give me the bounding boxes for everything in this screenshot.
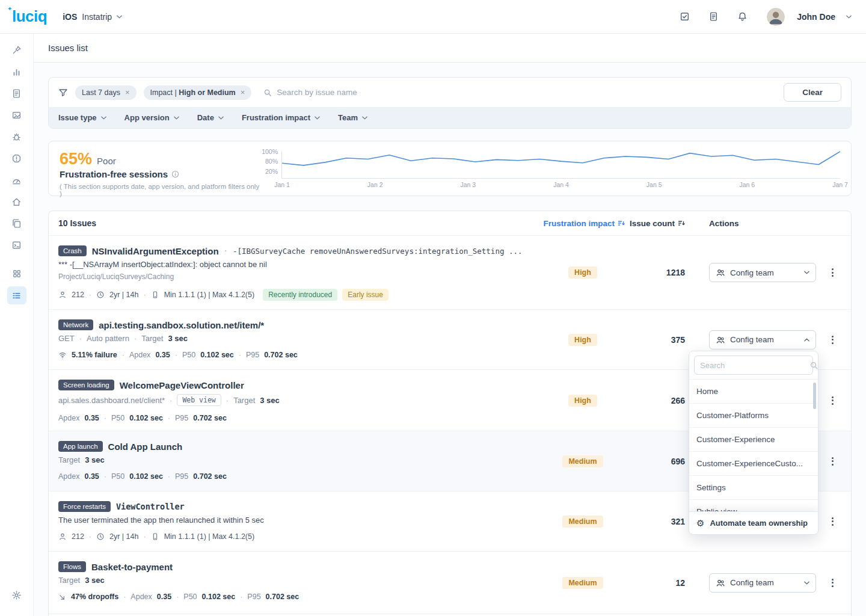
team-search [694, 356, 813, 375]
filter-app-version[interactable]: App version [124, 113, 179, 122]
row-kebab-menu[interactable] [825, 263, 840, 282]
chevron-down-icon [101, 116, 106, 120]
p95-value: 0.702 sec [193, 472, 227, 481]
bug-reporting-icon[interactable] [7, 128, 26, 146]
settings-gear-icon[interactable] [7, 586, 26, 604]
team-option-customer-experience[interactable]: Customer-Experience [689, 427, 818, 451]
sort-icon [618, 220, 625, 227]
issue-title[interactable]: Cold App Launch [108, 442, 183, 452]
notifications-bell-icon[interactable] [733, 8, 751, 26]
filter-team[interactable]: Team [338, 113, 367, 122]
p95-value: 0.702 sec [193, 414, 227, 422]
issues-count-label: 10 Issues [58, 218, 541, 228]
team-option-customer-platforms[interactable]: Customer-Platforms [689, 403, 818, 427]
team-icon [716, 335, 725, 345]
issue-title[interactable]: ViewController [116, 502, 185, 511]
chip-close-icon[interactable]: × [125, 88, 130, 96]
sort-frustration-impact[interactable]: Frustration impact [543, 219, 625, 228]
row-kebab-menu[interactable] [825, 331, 840, 349]
users-icon [58, 291, 67, 299]
row-kebab-menu[interactable] [825, 513, 840, 531]
clock-icon [96, 291, 105, 299]
config-team-button-open[interactable]: Config team [709, 330, 816, 350]
team-option-home[interactable]: Home [689, 379, 818, 403]
issue-title[interactable]: WelcomePageViewController [120, 380, 244, 390]
sessions-icon[interactable] [7, 236, 26, 254]
issue-type-badge: Screen loading [58, 380, 114, 390]
p50-value: 0.102 sec [129, 414, 163, 422]
pin-icon[interactable] [7, 41, 26, 59]
analytics-icon[interactable] [7, 63, 26, 81]
issue-type-badge: Force restarts [58, 501, 111, 512]
media-icon[interactable] [7, 106, 26, 124]
filter-dropdowns-row: Issue type App version Date Frustration … [49, 107, 851, 128]
issue-age: 2yr | 14h [109, 291, 138, 299]
impact-badge: Medium [562, 577, 603, 589]
user-avatar[interactable] [767, 8, 785, 26]
team-option-customer-experience-custom[interactable]: Customer-ExperienceCusto... [689, 451, 818, 475]
platform-label: iOS [63, 12, 77, 22]
issue-count: 12 [675, 578, 685, 588]
row-kebab-menu[interactable] [825, 574, 840, 592]
luciq-logo[interactable]: ✦ luciq [10, 7, 47, 26]
config-team-button[interactable]: Config team [709, 263, 816, 282]
sort-icon [678, 220, 685, 227]
filter-chip-impact[interactable]: Impact | High or Medium × [144, 85, 252, 100]
issues-list-icon[interactable] [7, 286, 26, 304]
performance-icon[interactable] [7, 171, 26, 189]
crash-reporting-icon[interactable] [7, 149, 26, 167]
filter-date[interactable]: Date [197, 113, 224, 122]
issue-title[interactable]: api.testing.sandbox.solution.net/item/* [99, 320, 264, 330]
clock-icon [96, 532, 105, 541]
frustration-summary-card: 65% Poor Frustration-free sessions ( Thi… [48, 141, 852, 196]
reports-icon[interactable] [7, 84, 26, 102]
version-range: Min 1.1.1 (1) | Max 4.1.2(5) [164, 532, 255, 541]
filter-chip-date[interactable]: Last 7 days × [75, 85, 137, 100]
chevron-down-icon [218, 116, 224, 120]
releases-icon[interactable] [675, 8, 693, 26]
user-menu-chevron-icon[interactable] [846, 15, 852, 19]
issue-search-input[interactable] [277, 88, 776, 97]
content: Last 7 days × Impact | High or Medium × … [34, 63, 866, 616]
issues-table-card: 10 Issues Frustration impact Issue count… [48, 211, 852, 616]
apps-grid-icon[interactable] [7, 265, 26, 283]
team-search-input[interactable] [700, 361, 806, 370]
issue-title[interactable]: Basket-to-payment [91, 562, 173, 572]
row-kebab-menu[interactable] [825, 392, 840, 410]
issue-row-crash[interactable]: Crash NSInvalidArgumentException -[IBGSu… [49, 235, 851, 309]
chevron-down-icon [117, 15, 122, 19]
chip-impact-label: Impact | High or Medium [150, 88, 236, 97]
issue-row-partial[interactable] [49, 614, 851, 616]
issue-count: 1218 [666, 268, 685, 277]
issue-title[interactable]: NSInvalidArgumentException [92, 246, 219, 256]
pages-icon[interactable] [7, 214, 26, 232]
issue-url: api.sales.dashboard.net/client* [58, 396, 165, 405]
p95-value: 0.702 sec [266, 593, 299, 601]
info-icon[interactable] [171, 170, 179, 178]
automate-team-ownership[interactable]: ⚙ Automate team ownership [689, 511, 818, 534]
filter-funnel-icon [58, 88, 68, 97]
apdex-value: 0.35 [155, 351, 170, 359]
issue-row-flows[interactable]: Flows Basket-to-payment Target 3 sec 47%… [49, 551, 851, 614]
chevron-down-icon [804, 271, 809, 274]
crash-signature: -[IBGSurveyCache removeUnAnsweredSurveys… [233, 247, 523, 256]
device-icon [151, 291, 159, 299]
filter-frustration-impact[interactable]: Frustration impact [242, 113, 320, 122]
version-range: Min 1.1.1 (1) | Max 4.1.2(5) [164, 291, 255, 299]
clear-filters-button[interactable]: Clear [784, 83, 841, 102]
team-dropdown-panel: Home Customer-Platforms Customer-Experie… [689, 351, 818, 535]
team-icon [716, 268, 725, 277]
team-option-settings[interactable]: Settings [689, 475, 818, 499]
frustration-free-percent: 65% [60, 150, 92, 168]
home-icon[interactable] [7, 192, 26, 211]
dropdown-scrollbar[interactable] [813, 383, 816, 409]
chart-x-axis: Jan 1 Jan 2 Jan 3 Jan 4 Jan 5 Jan 6 Jan … [282, 181, 840, 189]
app-switcher[interactable]: iOS Instatrip [63, 12, 122, 22]
row-kebab-menu[interactable] [825, 452, 840, 470]
filter-issue-type[interactable]: Issue type [58, 113, 106, 122]
config-team-button[interactable]: Config team [709, 573, 816, 593]
docs-icon[interactable] [704, 8, 722, 26]
chip-close-icon[interactable]: × [241, 88, 245, 96]
sort-issue-count[interactable]: Issue count [630, 219, 685, 228]
target-value: 3 sec [260, 396, 280, 405]
